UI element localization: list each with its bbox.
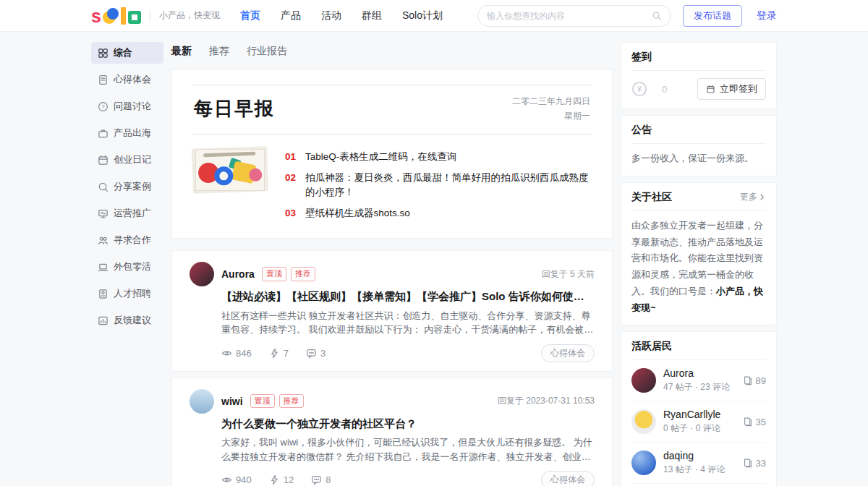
- bolt-icon: [269, 474, 280, 485]
- daily-report-header: 每日早报 二零二三年九月四日 星期一: [192, 85, 592, 135]
- avatar[interactable]: [631, 368, 656, 393]
- search-icon[interactable]: [652, 11, 662, 21]
- post-badge: 推荐: [279, 394, 304, 408]
- search-input[interactable]: [487, 11, 652, 21]
- nav-item[interactable]: Solo计划: [402, 9, 443, 22]
- post-title[interactable]: 【进站必读】【社区规则】【接单需知】【学会推广】Solo 告诉你如何使用社区，同…: [221, 289, 595, 305]
- signin-title: 签到: [631, 51, 652, 64]
- sidebar-item-label: 反馈建议: [114, 314, 151, 327]
- daily-report-title: 每日早报: [194, 96, 275, 122]
- report-item-number: 03: [285, 206, 296, 221]
- user-score: 89: [743, 375, 766, 386]
- signin-button[interactable]: 立即签到: [697, 78, 766, 100]
- like-stat[interactable]: 7: [269, 348, 289, 359]
- post-author[interactable]: Aurora: [221, 268, 255, 280]
- sidebar-item[interactable]: 人才招聘: [91, 283, 163, 304]
- nav-item[interactable]: 首页: [240, 9, 260, 22]
- feed-tabs: 最新 推荐 行业报告: [171, 42, 613, 61]
- login-link[interactable]: 登录: [757, 9, 777, 22]
- sidebar-item[interactable]: 心得体会: [91, 69, 163, 90]
- post-category[interactable]: 心得体会: [541, 471, 595, 486]
- eye-icon: [221, 348, 232, 359]
- nav-item[interactable]: 产品: [281, 9, 301, 22]
- post-category[interactable]: 心得体会: [541, 344, 595, 362]
- svg-text:¥: ¥: [637, 85, 642, 93]
- post-content: 【进站必读】【社区规则】【接单需知】【学会推广】Solo 告诉你如何使用社区，同…: [221, 289, 595, 362]
- bolt-icon: [269, 348, 280, 359]
- logo-letter-o2: [128, 11, 141, 24]
- solo-logo[interactable]: s: [91, 7, 141, 25]
- daily-report-item[interactable]: 01 TableQ-表格生成二维码，在线查询: [285, 150, 592, 164]
- post-time: 回复于 2023-07-31 10:53: [498, 395, 595, 407]
- sidebar-item-icon: [98, 235, 109, 246]
- sidebar-item[interactable]: 创业日记: [91, 149, 163, 171]
- coin-balance: 0: [662, 84, 667, 95]
- about-more-link[interactable]: 更多: [740, 191, 766, 203]
- post-excerpt: 大家好，我叫 wiwi，很多小伙伴们，可能已经认识我了，但是大伙儿还有很多疑惑。…: [221, 435, 595, 464]
- avatar[interactable]: [190, 262, 214, 286]
- comment-stat[interactable]: 3: [306, 348, 326, 359]
- sidebar-item[interactable]: 综合: [91, 42, 163, 64]
- post-author[interactable]: wiwi: [221, 396, 243, 407]
- post-badge: 置顶: [250, 394, 275, 408]
- sidebar-item-icon: [98, 262, 109, 273]
- logo-letter-l: [121, 7, 126, 25]
- user-info: RyanCarllyle 0 帖子 · 0 评论: [663, 409, 720, 435]
- sidebar-item[interactable]: 产品出海: [91, 122, 163, 144]
- sidebar-item-label: 寻求合作: [114, 234, 151, 247]
- like-stat[interactable]: 12: [269, 474, 294, 485]
- active-users-list: Aurora 47 帖子 · 23 评论 89: [631, 360, 766, 486]
- post-title[interactable]: 为什么要做一个独立开发者的社区平台？: [221, 416, 595, 432]
- sidebar-item[interactable]: 外包零活: [91, 256, 163, 278]
- active-user-row[interactable]: RyanCarllyle 0 帖子 · 0 评论 35: [631, 401, 766, 443]
- sidebar-item-icon: [98, 289, 109, 299]
- views-stat: 940: [221, 474, 252, 485]
- sidebar-item[interactable]: 寻求合作: [91, 229, 163, 251]
- daily-report-item[interactable]: 03 壁纸样机生成器shots.so: [285, 206, 592, 221]
- top-navbar: s 小产品，快变现 首页 产品 活动 群组 Solo计划: [0, 0, 868, 32]
- post-badge: 置顶: [262, 267, 286, 281]
- daily-report-list: 01 TableQ-表格生成二维码，在线查询 02 拍瓜神器：夏日炎炎，西瓜最甜…: [285, 148, 592, 221]
- sidebar-item-label: 心得体会: [114, 73, 151, 86]
- user-name[interactable]: RyanCarllyle: [663, 409, 720, 420]
- active-user-row[interactable]: daqing 13 帖子 · 4 评论 33: [631, 443, 766, 484]
- signin-row: ¥ 0 立即签到: [631, 78, 766, 100]
- feed-column: 最新 推荐 行业报告 每日早报 二零二三年九月四日 星期一: [171, 42, 613, 486]
- user-info: Aurora 47 帖子 · 23 评论: [663, 367, 730, 393]
- report-item-number: 02: [285, 171, 296, 199]
- comment-stat[interactable]: 8: [311, 474, 331, 485]
- feed-tab[interactable]: 最新: [171, 45, 192, 58]
- post-excerpt: 社区有这样一些共识 独立开发者社区共识：创造力、自主驱动、合作分享、资源支持、尊…: [221, 309, 595, 337]
- sidebar-item-label: 人才招聘: [114, 287, 151, 300]
- sidebar-item[interactable]: 运营推广: [91, 202, 163, 224]
- nav-item[interactable]: 群组: [362, 9, 382, 22]
- publish-topic-button[interactable]: 发布话题: [683, 5, 742, 27]
- post-card[interactable]: Aurora 置顶 推荐 回复于 5 天前 【进站必读】【: [171, 250, 613, 372]
- daily-report-thumbnail[interactable]: [192, 146, 268, 194]
- feed-tab[interactable]: 行业报告: [247, 45, 287, 58]
- user-name[interactable]: Aurora: [663, 367, 730, 379]
- active-user-row[interactable]: Aurora 47 帖子 · 23 评论 89: [631, 360, 766, 401]
- report-item-text: 拍瓜神器：夏日炎炎，西瓜最甜！简单好用的拍瓜识别西瓜成熟度的小程序！: [305, 171, 592, 199]
- user-stats: 13 帖子 · 4 评论: [663, 464, 725, 476]
- post-list: Aurora 置顶 推荐 回复于 5 天前 【进站必读】【: [171, 250, 613, 486]
- post-badge: 推荐: [291, 267, 315, 281]
- post-card[interactable]: wiwi 置顶 推荐 回复于 2023-07-31 10:53: [171, 378, 613, 486]
- sidebar-item[interactable]: 分享案例: [91, 176, 163, 197]
- user-info: daqing 13 帖子 · 4 评论: [663, 450, 725, 476]
- avatar[interactable]: [631, 409, 656, 434]
- announcement-card: 公告 多一份收入，保证一份来源。: [621, 115, 777, 176]
- avatar[interactable]: [190, 389, 214, 414]
- user-name[interactable]: daqing: [663, 450, 725, 461]
- feed-tab[interactable]: 推荐: [209, 45, 229, 58]
- daily-report-item[interactable]: 02 拍瓜神器：夏日炎炎，西瓜最甜！简单好用的拍瓜识别西瓜成熟度的小程序！: [285, 171, 592, 199]
- sidebar-item-label: 产品出海: [114, 127, 151, 140]
- nav-item[interactable]: 活动: [321, 9, 341, 22]
- search-box[interactable]: [477, 5, 671, 27]
- user-score: 33: [743, 458, 766, 469]
- sidebar-item[interactable]: ? 问题讨论: [91, 95, 163, 117]
- active-users-header: 活跃居民: [631, 340, 766, 360]
- sidebar-item[interactable]: 反馈建议: [91, 310, 163, 331]
- avatar[interactable]: [631, 451, 656, 475]
- book-icon: [743, 458, 753, 468]
